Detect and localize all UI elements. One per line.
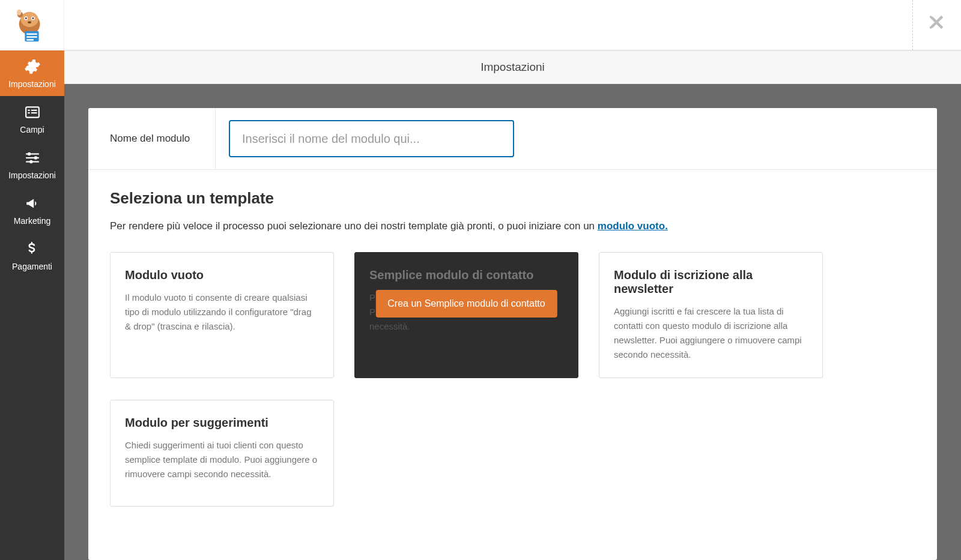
sidebar-item-label: Pagamenti [12, 262, 52, 271]
content-backdrop: Nome del modulo Seleziona un template Pe… [64, 84, 961, 560]
template-card-desc: Il modulo vuoto ti consente di creare qu… [125, 291, 319, 334]
panel-title: Impostazioni [480, 61, 545, 74]
svg-rect-15 [31, 110, 37, 111]
sidebar: Impostazioni Campi Impostazioni Marketin… [0, 0, 64, 560]
template-card-title: Modulo vuoto [125, 268, 319, 282]
svg-point-12 [17, 10, 22, 16]
form-name-label: Nome del modulo [88, 108, 216, 169]
form-name-input[interactable] [229, 120, 514, 157]
sidebar-item-marketing[interactable]: Marketing [0, 187, 64, 233]
sidebar-item-payments[interactable]: Pagamenti [0, 233, 64, 278]
wpforms-logo-icon [13, 7, 50, 44]
form-name-row: Nome del modulo [88, 108, 937, 170]
top-bar [64, 0, 961, 50]
templates-subtitle: Per rendere più veloce il processo puoi … [110, 218, 915, 234]
sidebar-item-label: Campi [20, 125, 44, 134]
sidebar-item-settings[interactable]: Impostazioni [0, 142, 64, 187]
template-card-contact[interactable]: Semplice modulo di contatto Puoi creare … [354, 252, 578, 378]
create-template-button[interactable]: Crea un Semplice modulo di contatto [375, 290, 557, 318]
svg-rect-16 [28, 112, 29, 113]
sliders-icon [25, 150, 40, 166]
svg-rect-14 [28, 110, 29, 111]
template-card-desc: Chiedi suggerimenti ai tuoi clienti con … [125, 438, 319, 481]
svg-point-5 [32, 17, 34, 19]
sidebar-item-label: Impostazioni [8, 170, 56, 180]
close-icon [929, 13, 947, 31]
svg-point-6 [28, 21, 31, 23]
svg-point-23 [29, 160, 32, 163]
template-card-title: Modulo per suggerimenti [125, 416, 319, 430]
logo [0, 0, 64, 50]
gear-icon [24, 59, 41, 74]
template-card-desc: Aggiungi iscritti e fai crescere la tua … [614, 304, 808, 362]
svg-rect-17 [31, 112, 37, 113]
svg-point-21 [27, 152, 30, 155]
templates-title: Seleziona un template [110, 189, 915, 208]
svg-rect-11 [26, 39, 34, 40]
svg-point-1 [21, 12, 38, 27]
template-grid: Modulo vuoto Il modulo vuoto ti consente… [110, 252, 915, 507]
setup-panel: Nome del modulo Seleziona un template Pe… [88, 108, 937, 560]
main-area: Impostazioni Nome del modulo Seleziona u… [64, 0, 961, 560]
bullhorn-icon [25, 196, 40, 211]
blank-template-link[interactable]: modulo vuoto. [598, 220, 668, 232]
sidebar-item-label: Impostazioni [8, 79, 56, 89]
template-card-newsletter[interactable]: Modulo di iscrizione alla newsletter Agg… [599, 252, 823, 378]
sidebar-item-label: Marketing [14, 216, 50, 226]
svg-point-3 [25, 17, 27, 19]
svg-rect-9 [26, 34, 37, 35]
divider [912, 0, 913, 50]
sidebar-item-setup[interactable]: Impostazioni [0, 50, 64, 96]
list-icon [25, 104, 40, 120]
dollar-icon [26, 241, 39, 257]
svg-point-22 [34, 156, 37, 159]
template-card-title: Modulo di iscrizione alla newsletter [614, 268, 808, 296]
sidebar-item-fields[interactable]: Campi [0, 96, 64, 142]
close-button[interactable] [929, 13, 947, 34]
svg-rect-10 [26, 36, 37, 37]
template-card-blank[interactable]: Modulo vuoto Il modulo vuoto ti consente… [110, 252, 334, 378]
panel-header: Impostazioni [64, 50, 961, 84]
template-card-suggestions[interactable]: Modulo per suggerimenti Chiedi suggerime… [110, 400, 334, 507]
template-card-title: Semplice modulo di contatto [369, 268, 563, 282]
templates-section: Seleziona un template Per rendere più ve… [88, 170, 937, 528]
